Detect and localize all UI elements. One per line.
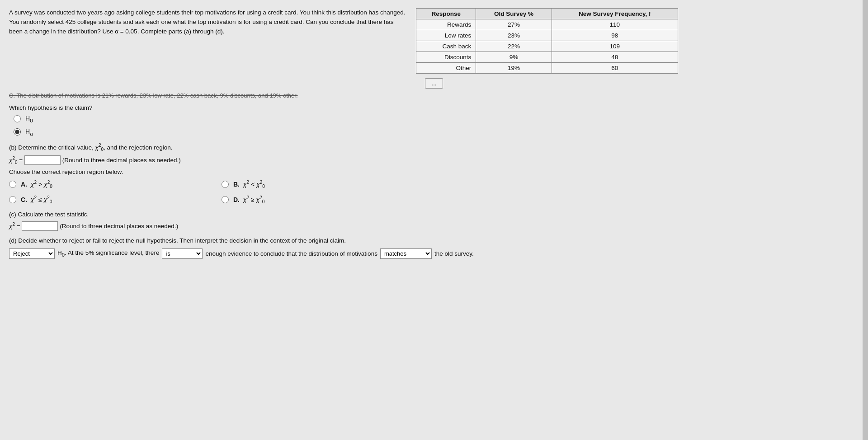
table-row: Other19%60 bbox=[416, 63, 678, 74]
hypothesis-label: Which hypothesis is the claim? bbox=[9, 104, 859, 111]
cell-new-freq: 109 bbox=[552, 41, 678, 52]
cell-response: Cash back bbox=[416, 41, 476, 52]
radio-rejection-a[interactable] bbox=[9, 181, 16, 188]
chi-stat-row: χ2 = (Round to three decimal places as n… bbox=[9, 221, 859, 231]
table-row: Low rates23%98 bbox=[416, 30, 678, 41]
dots-box: ... bbox=[425, 78, 443, 89]
rejection-option-b[interactable]: B. χ2 < χ20 bbox=[222, 180, 416, 189]
radio-h0-label: H0 bbox=[25, 115, 33, 123]
rejection-option-c[interactable]: C. χ2 ≤ χ20 bbox=[9, 195, 203, 204]
col-old-survey: Old Survey % bbox=[476, 9, 552, 19]
table-row: Discounts9%48 bbox=[416, 52, 678, 63]
chi-statistic-input[interactable] bbox=[22, 221, 58, 231]
cell-response: Discounts bbox=[416, 52, 476, 63]
dots-container: ... bbox=[9, 78, 859, 89]
part-b-section: (b) Determine the critical value, χ20, a… bbox=[9, 143, 859, 205]
problem-description: A survey was conducted two years ago ask… bbox=[9, 8, 416, 74]
evidence-select[interactable]: is is not bbox=[162, 248, 203, 259]
old-survey-text: the old survey. bbox=[434, 250, 474, 257]
cell-old-pct: 23% bbox=[476, 30, 552, 41]
rejection-c-label: C. χ2 ≤ χ20 bbox=[21, 195, 52, 204]
rejection-option-a[interactable]: A. χ2 > χ20 bbox=[9, 180, 203, 189]
chi-stat-note: (Round to three decimal places as needed… bbox=[60, 223, 178, 229]
radio-h0-item[interactable]: H0 bbox=[14, 115, 859, 123]
radio-h0[interactable] bbox=[14, 115, 21, 122]
rejection-region-label: Choose the correct rejection region belo… bbox=[9, 169, 859, 175]
part-c-label: (c) Calculate the test statistic. bbox=[9, 211, 859, 218]
survey-data-table: Response Old Survey % New Survey Frequen… bbox=[416, 8, 678, 74]
col-response: Response bbox=[416, 9, 476, 19]
cell-old-pct: 19% bbox=[476, 63, 552, 74]
chi-critical-input[interactable] bbox=[24, 155, 61, 165]
cell-new-freq: 48 bbox=[552, 52, 678, 63]
matches-select[interactable]: matches differs from is the same as bbox=[380, 248, 432, 259]
chi-equals-label: χ20 = bbox=[9, 157, 24, 164]
cell-old-pct: 9% bbox=[476, 52, 552, 63]
rejection-region-options: A. χ2 > χ20 B. χ2 < χ20 C. bbox=[9, 180, 416, 205]
h0-text: H0. At the 5% significance level, there bbox=[57, 249, 159, 257]
part-d-label: (d) Decide whether to reject or fail to … bbox=[9, 237, 859, 244]
cell-response: Low rates bbox=[416, 30, 476, 41]
cell-old-pct: 22% bbox=[476, 41, 552, 52]
rejection-a-label: A. χ2 > χ20 bbox=[21, 180, 52, 189]
radio-rejection-c[interactable] bbox=[9, 196, 16, 203]
table-row: Cash back22%109 bbox=[416, 41, 678, 52]
hypothesis-radio-group: H0 Ha bbox=[14, 115, 859, 136]
part-d-section: (d) Decide whether to reject or fail to … bbox=[9, 237, 859, 259]
radio-rejection-d[interactable] bbox=[222, 196, 229, 203]
cell-new-freq: 110 bbox=[552, 19, 678, 30]
option-c-text: C. The distribution of motivations is 21… bbox=[9, 92, 859, 99]
part-d-row: Reject Fail to reject H0. At the 5% sign… bbox=[9, 248, 859, 259]
col-new-survey: New Survey Frequency, f bbox=[552, 9, 678, 19]
part-b-label: (b) Determine the critical value, χ20, a… bbox=[9, 143, 859, 152]
rejection-option-d[interactable]: D. χ2 ≥ χ20 bbox=[222, 195, 416, 204]
rejection-d-label: D. χ2 ≥ χ20 bbox=[233, 195, 264, 204]
cell-old-pct: 27% bbox=[476, 19, 552, 30]
reject-select[interactable]: Reject Fail to reject bbox=[9, 248, 55, 259]
chi-stat-label: χ2 = bbox=[9, 223, 22, 229]
radio-ha-item[interactable]: Ha bbox=[14, 128, 859, 136]
part-c-section: (c) Calculate the test statistic. χ2 = (… bbox=[9, 211, 859, 231]
chi-input-row: χ20 = (Round to three decimal places as … bbox=[9, 155, 859, 165]
radio-ha[interactable] bbox=[14, 128, 21, 136]
cell-new-freq: 60 bbox=[552, 63, 678, 74]
radio-ha-label: Ha bbox=[25, 128, 33, 136]
cell-new-freq: 98 bbox=[552, 30, 678, 41]
scrollbar[interactable] bbox=[863, 0, 868, 440]
cell-response: Other bbox=[416, 63, 476, 74]
table-row: Rewards27%110 bbox=[416, 19, 678, 30]
hypothesis-section: Which hypothesis is the claim? H0 Ha bbox=[9, 104, 859, 136]
evidence-text: enough evidence to conclude that the dis… bbox=[205, 250, 377, 257]
chi-round-note: (Round to three decimal places as needed… bbox=[62, 157, 181, 164]
rejection-b-label: B. χ2 < χ20 bbox=[233, 180, 265, 189]
cell-response: Rewards bbox=[416, 19, 476, 30]
data-table-container: Response Old Survey % New Survey Frequen… bbox=[416, 8, 678, 74]
radio-rejection-b[interactable] bbox=[222, 181, 229, 188]
